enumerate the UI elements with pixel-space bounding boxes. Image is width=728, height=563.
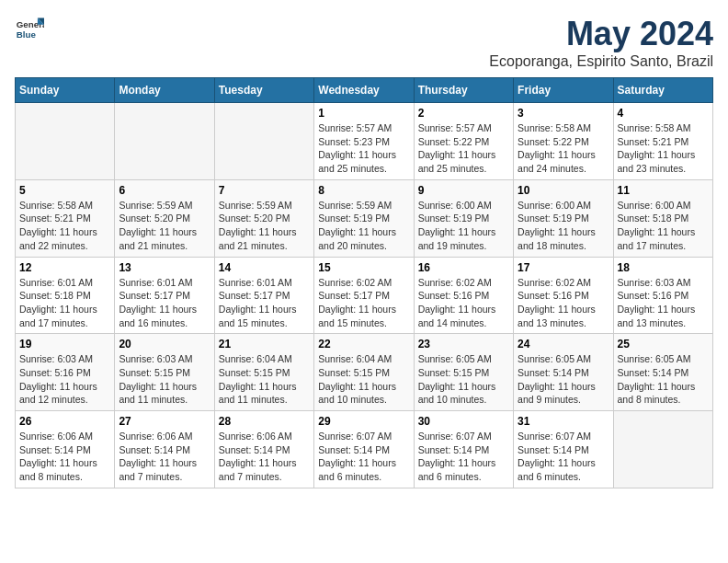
day-number: 2	[418, 107, 509, 120]
day-info: Sunrise: 5:57 AM Sunset: 5:23 PM Dayligh…	[318, 121, 409, 176]
day-number: 19	[19, 338, 110, 350]
column-header-sunday: Sunday	[16, 78, 115, 103]
day-number: 22	[318, 338, 409, 350]
day-number: 26	[19, 415, 110, 428]
day-number: 18	[618, 261, 709, 274]
day-info: Sunrise: 6:00 AM Sunset: 5:19 PM Dayligh…	[518, 199, 609, 253]
calendar-cell: 13Sunrise: 6:01 AM Sunset: 5:17 PM Dayli…	[115, 257, 214, 334]
day-number: 11	[618, 184, 709, 197]
calendar-cell: 23Sunrise: 6:05 AM Sunset: 5:15 PM Dayli…	[414, 334, 513, 411]
day-info: Sunrise: 6:05 AM Sunset: 5:15 PM Dayligh…	[418, 352, 509, 407]
calendar-cell	[16, 103, 115, 180]
day-info: Sunrise: 6:02 AM Sunset: 5:16 PM Dayligh…	[418, 276, 509, 330]
day-number: 17	[518, 261, 609, 274]
week-row-1: 5Sunrise: 5:58 AM Sunset: 5:21 PM Daylig…	[16, 179, 713, 257]
day-info: Sunrise: 6:07 AM Sunset: 5:14 PM Dayligh…	[518, 430, 609, 484]
day-number: 6	[119, 184, 210, 197]
day-info: Sunrise: 5:58 AM Sunset: 5:21 PM Dayligh…	[19, 199, 110, 253]
logo-icon: General Blue	[15, 15, 44, 44]
day-info: Sunrise: 6:01 AM Sunset: 5:18 PM Dayligh…	[19, 276, 110, 330]
day-number: 8	[318, 184, 409, 197]
day-number: 28	[219, 415, 310, 428]
day-info: Sunrise: 5:57 AM Sunset: 5:22 PM Dayligh…	[418, 121, 509, 176]
calendar-cell: 19Sunrise: 6:03 AM Sunset: 5:16 PM Dayli…	[16, 334, 115, 411]
day-number: 13	[119, 261, 210, 274]
calendar-cell: 17Sunrise: 6:02 AM Sunset: 5:16 PM Dayli…	[514, 257, 613, 334]
day-number: 29	[318, 415, 409, 428]
day-number: 7	[219, 184, 310, 197]
calendar-cell: 12Sunrise: 6:01 AM Sunset: 5:18 PM Dayli…	[16, 257, 115, 334]
calendar-table: SundayMondayTuesdayWednesdayThursdayFrid…	[15, 77, 713, 488]
day-info: Sunrise: 6:01 AM Sunset: 5:17 PM Dayligh…	[119, 276, 210, 330]
day-info: Sunrise: 6:01 AM Sunset: 5:17 PM Dayligh…	[219, 276, 310, 330]
column-header-saturday: Saturday	[613, 78, 712, 103]
calendar-cell: 18Sunrise: 6:03 AM Sunset: 5:16 PM Dayli…	[613, 257, 712, 334]
day-number: 27	[119, 415, 210, 428]
calendar-cell: 27Sunrise: 6:06 AM Sunset: 5:14 PM Dayli…	[115, 411, 214, 488]
day-info: Sunrise: 6:02 AM Sunset: 5:16 PM Dayligh…	[518, 276, 609, 330]
day-number: 5	[19, 184, 110, 197]
calendar-cell: 15Sunrise: 6:02 AM Sunset: 5:17 PM Dayli…	[314, 257, 414, 334]
column-header-tuesday: Tuesday	[214, 78, 313, 103]
day-number: 24	[518, 338, 609, 350]
calendar-cell: 16Sunrise: 6:02 AM Sunset: 5:16 PM Dayli…	[414, 257, 513, 334]
day-number: 23	[418, 338, 509, 350]
day-info: Sunrise: 6:03 AM Sunset: 5:16 PM Dayligh…	[618, 276, 709, 330]
calendar-cell: 30Sunrise: 6:07 AM Sunset: 5:14 PM Dayli…	[414, 411, 513, 488]
calendar-cell: 7Sunrise: 5:59 AM Sunset: 5:20 PM Daylig…	[214, 179, 313, 257]
day-info: Sunrise: 6:06 AM Sunset: 5:14 PM Dayligh…	[19, 430, 110, 484]
calendar-cell: 14Sunrise: 6:01 AM Sunset: 5:17 PM Dayli…	[214, 257, 313, 334]
day-info: Sunrise: 6:00 AM Sunset: 5:19 PM Dayligh…	[418, 199, 509, 253]
day-info: Sunrise: 6:04 AM Sunset: 5:15 PM Dayligh…	[219, 352, 310, 407]
week-row-3: 19Sunrise: 6:03 AM Sunset: 5:16 PM Dayli…	[16, 334, 713, 411]
calendar-cell: 2Sunrise: 5:57 AM Sunset: 5:22 PM Daylig…	[414, 103, 513, 180]
calendar-cell: 1Sunrise: 5:57 AM Sunset: 5:23 PM Daylig…	[314, 103, 414, 180]
day-info: Sunrise: 6:05 AM Sunset: 5:14 PM Dayligh…	[518, 352, 609, 407]
day-info: Sunrise: 6:06 AM Sunset: 5:14 PM Dayligh…	[119, 430, 210, 484]
calendar-cell: 10Sunrise: 6:00 AM Sunset: 5:19 PM Dayli…	[514, 179, 613, 257]
calendar-cell: 9Sunrise: 6:00 AM Sunset: 5:19 PM Daylig…	[414, 179, 513, 257]
day-info: Sunrise: 5:58 AM Sunset: 5:22 PM Dayligh…	[518, 121, 609, 176]
column-header-monday: Monday	[115, 78, 214, 103]
calendar-cell: 11Sunrise: 6:00 AM Sunset: 5:18 PM Dayli…	[613, 179, 712, 257]
column-header-friday: Friday	[514, 78, 613, 103]
calendar-cell: 3Sunrise: 5:58 AM Sunset: 5:22 PM Daylig…	[514, 103, 613, 180]
day-info: Sunrise: 6:05 AM Sunset: 5:14 PM Dayligh…	[618, 352, 709, 407]
day-number: 1	[318, 107, 409, 120]
day-number: 16	[418, 261, 509, 274]
day-info: Sunrise: 6:06 AM Sunset: 5:14 PM Dayligh…	[219, 430, 310, 484]
calendar-cell: 31Sunrise: 6:07 AM Sunset: 5:14 PM Dayli…	[514, 411, 613, 488]
calendar-cell: 29Sunrise: 6:07 AM Sunset: 5:14 PM Dayli…	[314, 411, 414, 488]
day-info: Sunrise: 6:02 AM Sunset: 5:17 PM Dayligh…	[318, 276, 409, 330]
day-number: 25	[618, 338, 709, 350]
day-number: 20	[119, 338, 210, 350]
day-number: 21	[219, 338, 310, 350]
logo: General Blue	[15, 15, 44, 44]
calendar-cell: 22Sunrise: 6:04 AM Sunset: 5:15 PM Dayli…	[314, 334, 414, 411]
month-title: May 2024	[489, 15, 713, 53]
day-info: Sunrise: 6:03 AM Sunset: 5:15 PM Dayligh…	[119, 352, 210, 407]
location-subtitle: Ecoporanga, Espirito Santo, Brazil	[489, 53, 713, 70]
calendar-cell	[115, 103, 214, 180]
column-header-thursday: Thursday	[414, 78, 513, 103]
calendar-cell: 4Sunrise: 5:58 AM Sunset: 5:21 PM Daylig…	[613, 103, 712, 180]
day-number: 14	[219, 261, 310, 274]
day-info: Sunrise: 5:59 AM Sunset: 5:20 PM Dayligh…	[119, 199, 210, 253]
day-number: 4	[618, 107, 709, 120]
day-number: 3	[518, 107, 609, 120]
day-info: Sunrise: 5:59 AM Sunset: 5:20 PM Dayligh…	[219, 199, 310, 253]
day-number: 12	[19, 261, 110, 274]
calendar-cell: 28Sunrise: 6:06 AM Sunset: 5:14 PM Dayli…	[214, 411, 313, 488]
day-info: Sunrise: 6:07 AM Sunset: 5:14 PM Dayligh…	[418, 430, 509, 484]
calendar-cell: 8Sunrise: 5:59 AM Sunset: 5:19 PM Daylig…	[314, 179, 414, 257]
day-number: 31	[518, 415, 609, 428]
calendar-cell: 24Sunrise: 6:05 AM Sunset: 5:14 PM Dayli…	[514, 334, 613, 411]
day-info: Sunrise: 6:07 AM Sunset: 5:14 PM Dayligh…	[318, 430, 409, 484]
calendar-cell	[214, 103, 313, 180]
week-row-2: 12Sunrise: 6:01 AM Sunset: 5:18 PM Dayli…	[16, 257, 713, 334]
day-info: Sunrise: 6:04 AM Sunset: 5:15 PM Dayligh…	[318, 352, 409, 407]
day-number: 30	[418, 415, 509, 428]
title-block: May 2024 Ecoporanga, Espirito Santo, Bra…	[489, 15, 713, 70]
day-number: 10	[518, 184, 609, 197]
calendar-cell	[613, 411, 712, 488]
